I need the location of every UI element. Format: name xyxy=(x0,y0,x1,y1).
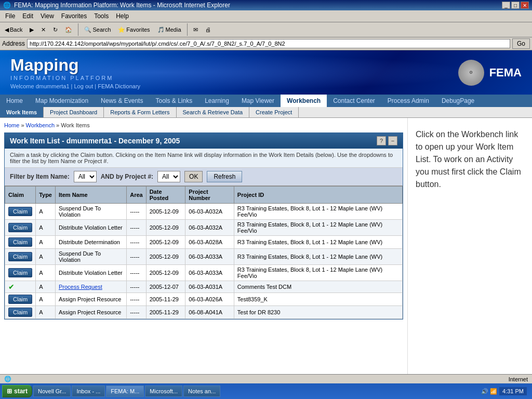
claim-button[interactable]: Claim xyxy=(8,207,32,216)
refresh-button[interactable]: ↻ xyxy=(50,25,60,35)
claim-button[interactable]: Claim xyxy=(8,252,32,261)
browser-toolbar: ◀ Back ▶ ✕ ↻ 🏠 🔍 Search ⭐ Favorites 🎵 Me… xyxy=(0,22,532,37)
row-type: A xyxy=(36,236,56,249)
filter-item-name-select[interactable]: All xyxy=(74,171,97,182)
welcome-text: Welcome dmummerta1 xyxy=(10,83,70,89)
home-button[interactable]: 🏠 xyxy=(62,25,75,35)
table-row: ClaimASuspend Due To Violation-----2005-… xyxy=(5,249,403,265)
row-date-posted: 2005-11-29 xyxy=(146,306,185,319)
nav-news-events[interactable]: News & Events xyxy=(95,95,149,107)
print-button[interactable]: 🖨 xyxy=(203,25,214,34)
item-name-link[interactable]: Process Request xyxy=(59,284,102,290)
claim-button[interactable]: Claim xyxy=(8,223,32,232)
go-button[interactable]: Go xyxy=(512,38,530,49)
row-area: ----- xyxy=(127,293,146,306)
subnav-reports[interactable]: Reports & Form Letters xyxy=(104,107,176,117)
row-area: ----- xyxy=(127,204,146,220)
row-project-number: 06-08-A041A xyxy=(185,306,234,319)
nav-debug-page[interactable]: DebugPage xyxy=(435,95,481,107)
menu-help[interactable]: Help xyxy=(113,11,132,21)
back-button[interactable]: ◀ Back xyxy=(2,25,25,35)
taskbar-item-2[interactable]: FEMA: M... xyxy=(106,385,144,397)
nav-map-viewer[interactable]: Map Viewer xyxy=(235,95,281,107)
nav-workbench[interactable]: Workbench xyxy=(281,95,327,107)
sub-nav: Work Items Project Dashboard Reports & F… xyxy=(0,107,532,118)
status-zone-icon: 🌐 xyxy=(4,376,11,382)
subnav-project-dashboard[interactable]: Project Dashboard xyxy=(44,107,104,117)
table-row: ✔AProcess Request-----2005-12-0706-03-A0… xyxy=(5,281,403,293)
subnav-search-retrieve[interactable]: Search & Retrieve Data xyxy=(177,107,250,117)
work-item-header: Work Item List - dmummerta1 - December 9… xyxy=(5,133,403,149)
claim-button[interactable]: Claim xyxy=(8,308,32,317)
logout-link[interactable]: Log out xyxy=(74,83,93,89)
row-item-name: Distribute Determination xyxy=(55,236,126,249)
claim-button[interactable]: Claim xyxy=(8,295,32,304)
maximize-button[interactable]: □ xyxy=(511,2,520,9)
row-project-number: 06-03-A032A xyxy=(185,220,234,236)
row-area: ----- xyxy=(127,236,146,249)
claim-button[interactable]: Claim xyxy=(8,268,32,277)
filter-ok-button[interactable]: OK xyxy=(184,171,203,182)
banner-links: Welcome dmummerta1 | Log out | FEMA Dict… xyxy=(10,83,140,89)
table-row: ClaimADistribute Violation Letter-----20… xyxy=(5,220,403,236)
help-button[interactable]: ? xyxy=(377,136,386,145)
col-item-name: Item Name xyxy=(55,187,126,204)
breadcrumb-home[interactable]: Home xyxy=(4,122,19,128)
row-item-name[interactable]: Process Request xyxy=(55,281,126,293)
fema-logo: FEMA xyxy=(489,66,522,79)
row-project-id: Test for DR 8230 xyxy=(234,306,402,319)
row-project-number: 06-03-A032A xyxy=(185,204,234,220)
search-toolbar-button[interactable]: 🔍 Search xyxy=(82,25,113,35)
row-date-posted: 2005-12-09 xyxy=(146,249,185,265)
stop-button[interactable]: ✕ xyxy=(38,25,48,35)
subnav-create-project[interactable]: Create Project xyxy=(249,107,299,117)
breadcrumb-workbench[interactable]: Workbench xyxy=(26,122,55,128)
nav-process-admin[interactable]: Process Admin xyxy=(381,95,435,107)
taskbar-item-0[interactable]: Novell Gr... xyxy=(33,385,71,397)
menu-edit[interactable]: Edit xyxy=(19,11,36,21)
media-toolbar-button[interactable]: 🎵 Media xyxy=(155,25,184,35)
menu-favorites[interactable]: Favorites xyxy=(58,11,90,21)
forward-button[interactable]: ▶ xyxy=(27,25,36,35)
row-type: A xyxy=(36,265,56,281)
status-zone: Internet xyxy=(509,376,528,382)
address-input[interactable] xyxy=(27,39,510,48)
close-button[interactable]: ✕ xyxy=(521,2,529,9)
dictionary-link[interactable]: FEMA Dictionary xyxy=(98,83,140,89)
row-item-name: Distribute Violation Letter xyxy=(55,220,126,236)
favorites-toolbar-button[interactable]: ⭐ Favorites xyxy=(115,25,152,35)
col-claim: Claim xyxy=(5,187,36,204)
row-item-name: Assign Project Resource xyxy=(55,306,126,319)
taskbar-item-3[interactable]: Microsoft... xyxy=(145,385,182,397)
nav-map-modernization[interactable]: Map Modernization xyxy=(29,95,95,107)
menu-file[interactable]: File xyxy=(2,11,18,21)
start-button[interactable]: ⊞ start xyxy=(2,385,32,397)
filter-refresh-button[interactable]: Refresh xyxy=(207,171,242,182)
filter-project-select[interactable]: All xyxy=(157,171,180,182)
nav-learning[interactable]: Learning xyxy=(198,95,235,107)
menu-tools[interactable]: Tools xyxy=(91,11,112,21)
row-project-number: 06-03-A031A xyxy=(185,281,234,293)
nav-home[interactable]: Home xyxy=(0,95,29,107)
work-item-box: Work Item List - dmummerta1 - December 9… xyxy=(4,132,403,320)
collapse-button[interactable]: − xyxy=(388,136,397,145)
taskbar-item-1[interactable]: Inbox - ... xyxy=(72,385,105,397)
row-date-posted: 2005-12-09 xyxy=(146,220,185,236)
minimize-button[interactable]: _ xyxy=(502,2,510,9)
nav-contact-center[interactable]: Contact Center xyxy=(327,95,381,107)
table-row: ClaimAAssign Project Resource-----2005-1… xyxy=(5,306,403,319)
taskbar: ⊞ start Novell Gr... Inbox - ... FEMA: M… xyxy=(0,383,532,399)
menu-view[interactable]: View xyxy=(37,11,57,21)
taskbar-item-4[interactable]: Notes an... xyxy=(183,385,220,397)
mail-button[interactable]: ✉ xyxy=(191,25,201,35)
claim-button[interactable]: Claim xyxy=(8,237,32,247)
row-project-number: 06-03-A033A xyxy=(185,249,234,265)
table-row: ClaimADistribute Violation Letter-----20… xyxy=(5,265,403,281)
subnav-work-items[interactable]: Work Items xyxy=(0,107,44,117)
title-bar: 🌐 FEMA: Mapping Information Platform: Wo… xyxy=(0,0,532,10)
nav-tools-links[interactable]: Tools & Links xyxy=(149,95,198,107)
windows-icon: ⊞ xyxy=(7,388,12,395)
row-area: ----- xyxy=(127,220,146,236)
filter-row: Filter by Item Name: All AND by Project … xyxy=(5,168,403,186)
row-project-id: R3 Training Estates, Block 8, Lot 1 - 12… xyxy=(234,249,402,265)
